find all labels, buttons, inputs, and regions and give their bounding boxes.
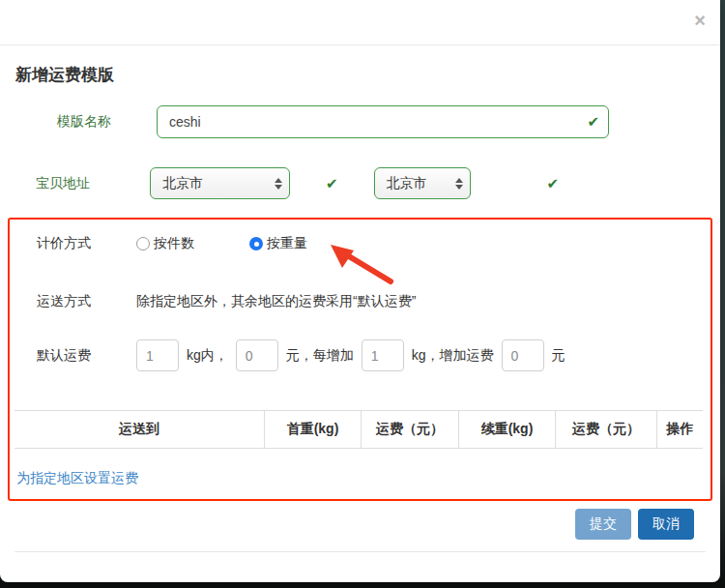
add-shipping-template-dialog: × 新增运费模版 模版名称 ✔ 宝贝地址 北京市 ✔ 北京市 [0,0,720,582]
set-region-fee-link[interactable]: 为指定地区设置运费 [16,470,138,487]
shipping-method-text: 除指定地区外，其余地区的运费采用“默认运费” [136,293,416,310]
footer-divider [14,551,706,577]
city-select[interactable]: 北京市 [374,167,471,199]
default-fee-row: 默认运费 kg内， 元，每增加 kg，增加运费 元 [16,339,704,371]
radio-unselected-icon [136,237,150,250]
dialog-actions: 提交 取消 [14,509,694,540]
first-weight-input[interactable] [136,339,179,371]
table-header-additional-weight: 续重(kg) [458,410,555,449]
default-fee-sep: kg，增加运费 [412,347,494,365]
default-fee-sep: 元 [552,347,566,365]
dialog-header: × [0,0,720,45]
province-select[interactable]: 北京市 [150,167,290,199]
table-header-first-fee: 运费（元） [361,410,458,449]
close-icon[interactable]: × [694,11,706,30]
template-name-row: 模版名称 ✔ [36,105,706,138]
province-select-value: 北京市 [162,175,203,192]
valid-check-icon: ✔ [326,176,338,191]
stepper-icon [455,178,463,190]
table-header-actions: 操作 [656,410,703,449]
submit-button[interactable]: 提交 [575,509,631,540]
default-fee-label: 默认运费 [37,347,136,365]
additional-fee-input[interactable] [502,339,544,371]
table-header-ship-to: 运送到 [14,410,264,449]
radio-selected-icon [249,237,263,250]
stepper-icon [275,178,282,190]
city-select-value: 北京市 [387,175,427,192]
default-fee-sep: kg内， [187,347,228,365]
cancel-button[interactable]: 取消 [638,509,694,540]
table-header-first-weight: 首重(kg) [264,410,361,449]
template-name-field-wrap: ✔ [157,105,609,138]
first-fee-input[interactable] [236,339,278,371]
shipping-method-row: 运送方式 除指定地区外，其余地区的运费采用“默认运费” [16,293,704,310]
default-fee-sep: 元，每增加 [286,347,354,365]
table-header-additional-fee: 运费（元） [555,410,656,449]
dialog-title: 新增运费模版 [15,64,706,86]
template-name-label: 模版名称 [57,113,157,131]
radio-by-piece[interactable]: 按件数 [136,235,194,252]
additional-weight-input[interactable] [362,339,404,371]
valid-check-icon: ✔ [547,176,560,191]
template-name-input[interactable] [157,105,609,138]
valid-check-icon: ✔ [587,114,599,129]
radio-by-piece-label: 按件数 [154,235,194,252]
pricing-method-label: 计价方式 [37,235,136,252]
pricing-method-row: 计价方式 按件数 按重量 [16,235,704,252]
item-address-label: 宝贝地址 [36,175,135,192]
radio-by-weight-label: 按重量 [267,235,307,252]
dialog-body: 新增运费模版 模版名称 ✔ 宝贝地址 北京市 ✔ 北京市 [0,45,720,577]
region-fee-table: 运送到 首重(kg) 运费（元） 续重(kg) 运费（元） 操作 [14,410,703,449]
highlighted-fee-section: 计价方式 按件数 按重量 运送方式 除指定地区外，其余地区的运费采用“默认运费” [8,218,712,501]
radio-by-weight[interactable]: 按重量 [249,235,307,252]
shipping-method-label: 运送方式 [37,293,136,310]
item-address-row: 宝贝地址 北京市 ✔ 北京市 ✔ [14,167,706,199]
